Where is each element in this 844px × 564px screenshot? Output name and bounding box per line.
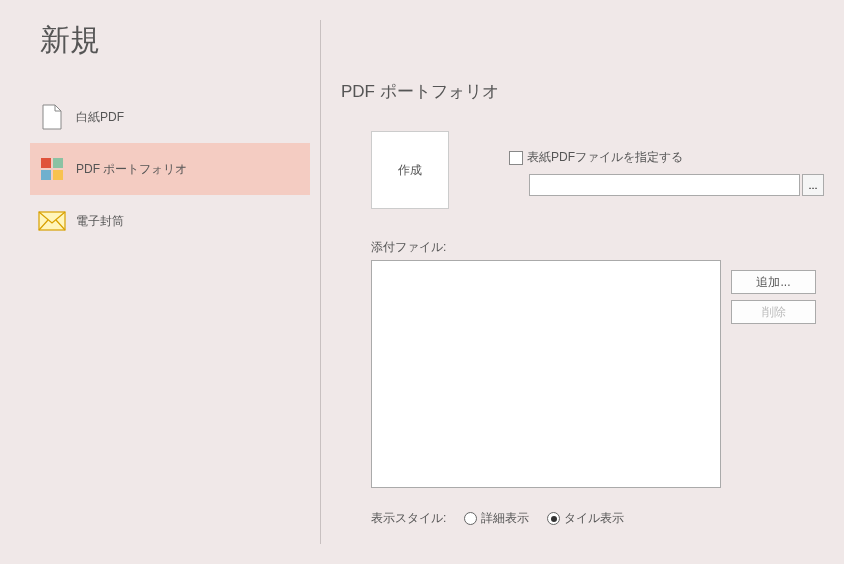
svg-rect-1 bbox=[53, 158, 63, 168]
sidebar-item-portfolio[interactable]: PDF ポートフォリオ bbox=[30, 143, 310, 195]
radio-label: タイル表示 bbox=[564, 510, 624, 527]
browse-button[interactable]: ... bbox=[802, 174, 824, 196]
radio-label: 詳細表示 bbox=[481, 510, 529, 527]
radio-tile-view[interactable]: タイル表示 bbox=[547, 510, 624, 527]
radio-detail-view[interactable]: 詳細表示 bbox=[464, 510, 529, 527]
sidebar-item-blank-pdf[interactable]: 白紙PDF bbox=[30, 91, 310, 143]
main-panel: PDF ポートフォリオ 作成 表紙PDFファイルを指定する ... 添付ファイル… bbox=[321, 0, 844, 564]
cover-section: 表紙PDFファイルを指定する ... bbox=[509, 131, 824, 196]
cover-checkbox-label: 表紙PDFファイルを指定する bbox=[527, 149, 683, 166]
create-button-label: 作成 bbox=[398, 162, 422, 179]
sidebar-item-label: PDF ポートフォリオ bbox=[76, 161, 187, 178]
page-title: 新規 bbox=[40, 20, 310, 61]
cover-file-input[interactable] bbox=[529, 174, 800, 196]
svg-rect-3 bbox=[53, 170, 63, 180]
radio-icon bbox=[547, 512, 560, 525]
cover-checkbox[interactable] bbox=[509, 151, 523, 165]
main-title: PDF ポートフォリオ bbox=[341, 80, 824, 103]
remove-button: 削除 bbox=[731, 300, 816, 324]
create-button[interactable]: 作成 bbox=[371, 131, 449, 209]
attach-file-list[interactable] bbox=[371, 260, 721, 488]
sidebar-item-envelope[interactable]: 電子封筒 bbox=[30, 195, 310, 247]
portfolio-icon bbox=[38, 155, 66, 183]
display-style-label: 表示スタイル: bbox=[371, 510, 446, 527]
document-icon bbox=[38, 103, 66, 131]
envelope-icon bbox=[38, 207, 66, 235]
sidebar-item-label: 電子封筒 bbox=[76, 213, 124, 230]
svg-rect-0 bbox=[41, 158, 51, 168]
svg-rect-2 bbox=[41, 170, 51, 180]
sidebar: 新規 白紙PDF PDF ポートフォリオ bbox=[0, 0, 320, 564]
display-style-row: 表示スタイル: 詳細表示 タイル表示 bbox=[371, 510, 824, 527]
cover-checkbox-row[interactable]: 表紙PDFファイルを指定する bbox=[509, 149, 824, 166]
sidebar-item-label: 白紙PDF bbox=[76, 109, 124, 126]
radio-icon bbox=[464, 512, 477, 525]
attach-label: 添付ファイル: bbox=[371, 239, 824, 256]
add-button[interactable]: 追加... bbox=[731, 270, 816, 294]
